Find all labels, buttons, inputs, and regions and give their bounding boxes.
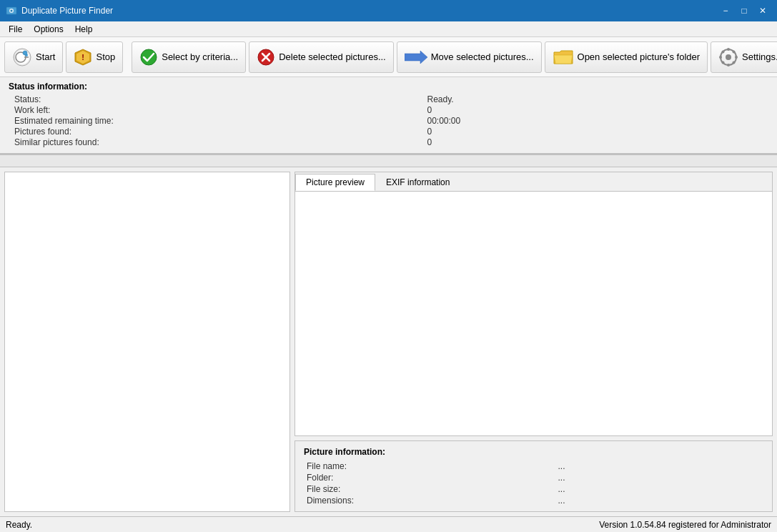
stop-button[interactable]: ! Stop [66,41,123,73]
picture-info-panel: Picture information: File name: ... Fold… [295,440,773,512]
settings-label: Settings... [742,51,777,62]
tab-bar: Picture preview EXIF information [295,172,772,192]
stop-icon: ! [74,48,92,66]
info-value-1: ... [558,473,764,483]
menu-file[interactable]: File [3,23,28,36]
svg-point-2 [11,10,13,12]
svg-marker-14 [405,51,427,64]
select-criteria-label: Select by criteria... [162,51,238,62]
select-criteria-button[interactable]: Select by criteria... [132,41,246,73]
status-value-3: 0 [427,127,769,137]
main-content: Picture preview EXIF information Picture… [0,167,777,516]
info-value-2: ... [558,484,764,494]
preview-content [295,192,772,435]
title-bar: Duplicate Picture Finder − □ ✕ [0,0,777,21]
stop-label: Stop [96,51,115,62]
close-button[interactable]: ✕ [754,4,771,18]
open-folder-button[interactable]: Open selected picture's folder [545,41,708,73]
status-value-2: 00:00:00 [427,116,769,126]
info-label-1: Folder: [307,473,553,483]
status-bar: Ready. Version 1.0.54.84 registered for … [0,516,777,532]
open-folder-label: Open selected picture's folder [578,51,701,62]
title-bar-left: Duplicate Picture Finder [6,5,113,16]
info-label-2: File size: [307,484,553,494]
progress-area [0,154,777,167]
file-list-panel[interactable] [4,172,290,512]
picture-info-title: Picture information: [304,447,763,457]
status-section: Status information: Status: Ready. Work … [0,77,777,154]
start-label: Start [36,51,55,62]
svg-point-18 [727,64,730,66]
status-value-0: Ready. [427,94,769,104]
svg-point-15 [726,54,731,60]
move-selected-label: Move selected pictures... [431,51,534,62]
status-label-1: Work left: [14,105,422,115]
info-label-0: File name: [307,461,553,471]
svg-point-20 [735,56,738,59]
settings-button[interactable]: Settings... [711,41,777,73]
maximize-button[interactable]: □ [736,4,753,18]
app-icon [6,5,17,16]
status-value-4: 0 [427,137,769,147]
select-criteria-icon [139,48,158,66]
move-selected-button[interactable]: Move selected pictures... [397,41,542,73]
preview-panel: Picture preview EXIF information [295,172,773,436]
status-label-0: Status: [14,94,422,104]
svg-point-8 [23,51,27,55]
delete-selected-button[interactable]: Delete selected pictures... [249,41,394,73]
menu-bar: File Options Help [0,21,777,37]
status-bar-left: Ready. [6,520,32,530]
status-label-3: Pictures found: [14,127,422,137]
menu-help[interactable]: Help [69,23,99,36]
right-panel: Picture preview EXIF information Picture… [295,172,773,512]
svg-text:!: ! [82,53,85,61]
svg-point-23 [733,50,736,53]
delete-icon [257,48,275,66]
title-bar-controls: − □ ✕ [717,4,771,18]
title-bar-title: Duplicate Picture Finder [21,6,113,16]
status-label-4: Similar pictures found: [14,137,422,147]
status-grid: Status: Ready. Work left: 0 Estimated re… [9,94,768,147]
svg-point-19 [719,56,722,59]
minimize-button[interactable]: − [717,4,734,18]
status-label-2: Estimated remaining time: [14,116,422,126]
info-value-3: ... [558,496,764,506]
info-label-3: Dimensions: [307,496,553,506]
svg-point-24 [722,61,725,64]
svg-point-17 [727,48,730,51]
folder-icon [553,48,574,66]
start-icon [12,47,32,67]
status-value-1: 0 [427,105,769,115]
status-bar-right: Version 1.0.54.84 registered for Adminis… [599,520,771,530]
menu-options[interactable]: Options [28,23,69,36]
settings-icon [718,47,738,67]
status-section-title: Status information: [9,82,768,92]
svg-point-22 [733,61,736,64]
info-grid: File name: ... Folder: ... File size: ..… [304,461,763,506]
tab-picture-preview[interactable]: Picture preview [295,174,375,191]
move-icon [405,48,427,66]
svg-point-21 [722,50,725,53]
info-value-0: ... [558,461,764,471]
start-button[interactable]: Start [4,41,63,73]
delete-selected-label: Delete selected pictures... [279,51,386,62]
tab-exif-info[interactable]: EXIF information [375,174,460,191]
toolbar: Start ! Stop Select by criteria... Delet… [0,37,777,77]
